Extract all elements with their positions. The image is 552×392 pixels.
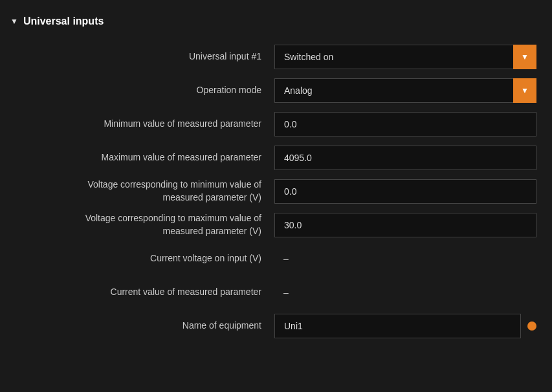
universal-input-1-select[interactable]: Switched on Switched off Analog Digital bbox=[274, 45, 536, 69]
equipment-name-label: Name of equipment bbox=[16, 320, 274, 332]
operation-mode-row: Operation mode Analog Digital Switched o… bbox=[0, 74, 552, 107]
current-measured-row: Current value of measured parameter – bbox=[0, 276, 552, 309]
voltage-min-label: Voltage corresponding to minimum value o… bbox=[16, 179, 274, 204]
max-measured-input[interactable] bbox=[274, 146, 536, 170]
orange-indicator-dot bbox=[527, 321, 536, 331]
voltage-max-input[interactable] bbox=[274, 213, 536, 237]
universal-input-1-select-wrapper: Switched on Switched off Analog Digital … bbox=[274, 45, 536, 69]
current-voltage-control: – bbox=[274, 254, 536, 264]
equipment-name-row: Name of equipment bbox=[0, 309, 552, 343]
section-title: Universal inputs bbox=[23, 16, 104, 27]
equipment-name-input[interactable] bbox=[274, 314, 521, 338]
min-measured-input[interactable] bbox=[274, 112, 536, 136]
max-measured-row: Maximum value of measured parameter bbox=[0, 141, 552, 175]
operation-mode-select-wrapper: Analog Digital Switched on Switched off … bbox=[274, 78, 536, 103]
current-measured-control: – bbox=[274, 287, 536, 298]
max-measured-control bbox=[274, 146, 536, 170]
equipment-name-wrapper bbox=[274, 314, 536, 338]
equipment-name-control bbox=[274, 314, 536, 338]
voltage-min-input[interactable] bbox=[274, 179, 536, 204]
chevron-icon: ▼ bbox=[10, 17, 18, 26]
voltage-max-row: Voltage corresponding to maximum value o… bbox=[0, 208, 552, 242]
current-measured-label: Current value of measured parameter bbox=[16, 286, 274, 299]
operation-mode-select[interactable]: Analog Digital Switched on Switched off bbox=[274, 78, 536, 103]
operation-mode-label: Operation mode bbox=[16, 84, 274, 97]
min-measured-label: Minimum value of measured parameter bbox=[16, 118, 274, 131]
min-measured-row: Minimum value of measured parameter bbox=[0, 107, 552, 141]
current-voltage-value: – bbox=[274, 247, 298, 270]
min-measured-control bbox=[274, 112, 536, 136]
voltage-max-control bbox=[274, 213, 536, 237]
current-voltage-row: Current voltage on input (V) – bbox=[0, 242, 552, 276]
universal-input-1-row: Universal input #1 Switched on Switched … bbox=[0, 40, 552, 74]
operation-mode-control: Analog Digital Switched on Switched off … bbox=[274, 78, 536, 103]
universal-input-1-label: Universal input #1 bbox=[16, 50, 274, 63]
max-measured-label: Maximum value of measured parameter bbox=[16, 151, 274, 164]
voltage-min-control bbox=[274, 179, 536, 204]
voltage-max-label: Voltage corresponding to maximum value o… bbox=[16, 212, 274, 237]
section-header[interactable]: ▼ Universal inputs bbox=[0, 10, 552, 32]
current-voltage-label: Current voltage on input (V) bbox=[16, 252, 274, 265]
universal-input-1-control: Switched on Switched off Analog Digital … bbox=[274, 45, 536, 69]
voltage-min-row: Voltage corresponding to minimum value o… bbox=[0, 175, 552, 208]
current-measured-value: – bbox=[274, 281, 298, 304]
